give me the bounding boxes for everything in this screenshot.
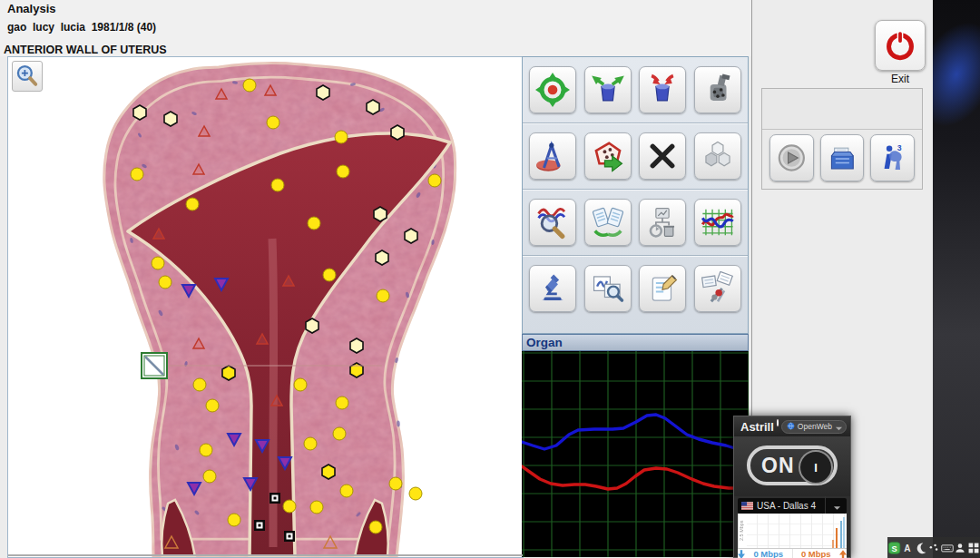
marker-tri_red[interactable] — [283, 276, 294, 286]
toolbar-button-microscope[interactable] — [529, 265, 576, 312]
marker-square[interactable] — [254, 520, 265, 531]
marker-tri_red[interactable] — [257, 334, 268, 344]
marker-circle[interactable] — [304, 437, 317, 450]
marker-tri_purple[interactable] — [188, 483, 201, 494]
marker-circle[interactable] — [206, 399, 219, 412]
toolbar-button-export-bucket[interactable] — [584, 66, 632, 113]
marker-circle[interactable] — [131, 168, 143, 181]
marker-circle[interactable] — [308, 217, 320, 230]
selection-box[interactable] — [142, 353, 167, 378]
marker-tri_red[interactable] — [193, 338, 204, 348]
marker-circle[interactable] — [337, 165, 349, 178]
marker-circle[interactable] — [377, 289, 389, 302]
marker-circle[interactable] — [283, 500, 296, 513]
marker-circle[interactable] — [271, 179, 284, 191]
marker-circle[interactable] — [389, 477, 402, 490]
marker-tri_red[interactable] — [199, 126, 210, 136]
toolbar-button-target-crosshair[interactable] — [529, 66, 576, 113]
toggle-knob[interactable]: I — [799, 450, 833, 485]
marker-circle[interactable] — [203, 470, 216, 483]
marker-tri_purple[interactable] — [182, 285, 195, 297]
marker-circle[interactable] — [159, 276, 172, 289]
archive-button[interactable] — [820, 134, 865, 181]
marker-square[interactable] — [284, 531, 295, 542]
toolbar-button-image-preview[interactable] — [584, 265, 632, 312]
toolbar-button-report-notes[interactable] — [639, 265, 686, 312]
vpn-toggle[interactable]: ON I — [747, 445, 838, 485]
marker-tri_purple[interactable] — [279, 457, 291, 469]
microscope-icon — [535, 295, 570, 308]
marker-hexpale[interactable] — [133, 105, 146, 120]
zoom-tool-button[interactable] — [12, 61, 43, 92]
marker-hexpale[interactable] — [376, 250, 388, 265]
user-icon[interactable] — [954, 542, 966, 554]
ime-dots-icon[interactable] — [927, 542, 940, 554]
marker-circle[interactable] — [409, 487, 422, 500]
marker-tri_orange[interactable] — [324, 536, 337, 548]
marker-tri_purple[interactable] — [228, 434, 240, 445]
marker-tri_red[interactable] — [153, 229, 164, 239]
marker-circle[interactable] — [333, 427, 346, 440]
marker-circle[interactable] — [323, 269, 336, 281]
toolbar-button-docs-tools[interactable] — [694, 265, 741, 312]
marker-hexpale[interactable] — [317, 85, 329, 100]
toolbar-button-region-select[interactable] — [584, 132, 632, 180]
marker-circle[interactable] — [243, 79, 256, 92]
toolbar-button-measure-compass[interactable] — [529, 132, 576, 180]
exit-button[interactable] — [875, 20, 926, 71]
toolbar-button-trend-graph[interactable] — [694, 199, 741, 246]
toolbar-button-molecule-hexagons[interactable] — [694, 132, 741, 180]
marker-tri_purple[interactable] — [244, 478, 257, 490]
status-field[interactable] — [762, 89, 922, 130]
toolbar-button-search-waves[interactable] — [529, 199, 576, 246]
marker-tri_red[interactable] — [265, 85, 276, 95]
toggle-on-label: ON — [761, 454, 795, 478]
marker-tri_red[interactable] — [271, 396, 282, 406]
marker-hexpale[interactable] — [350, 338, 363, 353]
marker-circle[interactable] — [228, 514, 240, 526]
toolbar-button-import-bucket[interactable] — [639, 66, 686, 113]
marker-hex[interactable] — [222, 366, 235, 380]
grid-icon[interactable] — [967, 542, 980, 554]
marker-hexpale[interactable] — [367, 100, 379, 114]
marker-tri_purple[interactable] — [215, 279, 228, 290]
image-canvas[interactable] — [7, 56, 524, 558]
marker-circle[interactable] — [335, 131, 348, 143]
marker-circle[interactable] — [267, 116, 279, 129]
marker-hexpale[interactable] — [405, 229, 417, 243]
letter-a-icon[interactable]: A — [901, 542, 914, 554]
marker-square[interactable] — [270, 493, 280, 504]
marker-tri_red[interactable] — [216, 89, 227, 99]
marker-circle[interactable] — [369, 521, 382, 534]
marker-hexpale[interactable] — [391, 125, 404, 140]
marker-circle[interactable] — [294, 378, 307, 391]
marker-circle[interactable] — [186, 198, 199, 210]
play-button[interactable] — [769, 134, 814, 181]
moon-icon[interactable] — [915, 542, 927, 554]
marker-hexpale[interactable] — [374, 207, 387, 221]
tools-info-button[interactable]: 3 — [870, 134, 915, 181]
marker-tri_purple[interactable] — [256, 440, 269, 452]
marker-tri_orange[interactable] — [165, 536, 178, 548]
marker-circle[interactable] — [193, 378, 206, 391]
toolbar-button-analyzer-machine[interactable] — [694, 66, 741, 113]
marker-circle[interactable] — [310, 501, 323, 514]
marker-circle[interactable] — [152, 257, 164, 269]
toolbar-button-delete-x[interactable] — [639, 132, 686, 180]
archive-icon — [827, 164, 858, 178]
toolbar-button-compare-reports[interactable] — [584, 199, 632, 246]
marker-circle[interactable] — [340, 485, 353, 497]
toolbar-button-network-discard[interactable] — [639, 199, 686, 246]
keyboard-icon[interactable] — [941, 542, 954, 554]
marker-hex[interactable] — [322, 465, 335, 479]
server-selector[interactable]: USA - Dallas 4 — [738, 498, 847, 514]
marker-tri_red[interactable] — [193, 164, 204, 174]
marker-overlay — [8, 57, 523, 557]
marker-hexpale[interactable] — [164, 112, 177, 126]
marker-hexpale[interactable] — [306, 318, 318, 333]
marker-circle[interactable] — [336, 396, 348, 409]
astrill-s-icon[interactable]: S — [888, 542, 901, 554]
marker-circle[interactable] — [200, 444, 212, 456]
openweb-mode-button[interactable]: OpenWeb — [781, 420, 847, 434]
marker-circle[interactable] — [428, 174, 441, 187]
